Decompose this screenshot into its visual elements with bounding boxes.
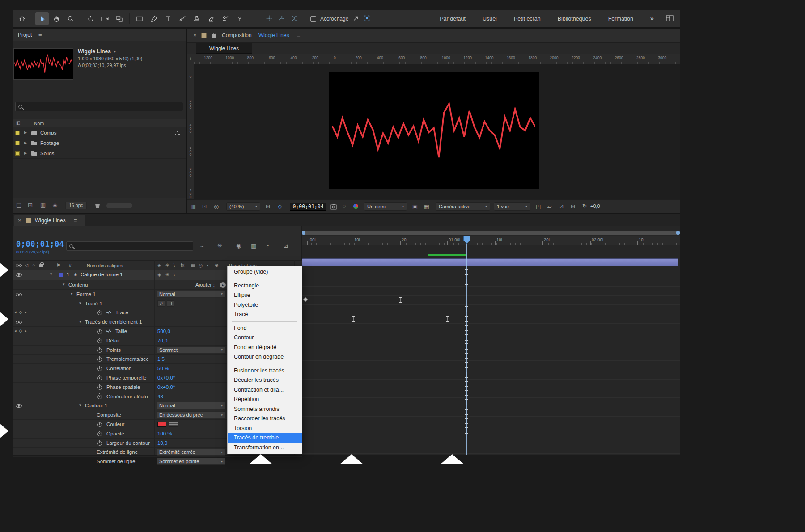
menu-item[interactable]: Polyétoile	[228, 300, 302, 310]
vertex-icon[interactable]	[278, 15, 285, 23]
value-dropdown[interactable]: Sommet en pointe▾	[157, 458, 225, 465]
stopwatch-icon[interactable]	[97, 329, 102, 334]
keyframe-marker[interactable]	[399, 297, 402, 303]
stopwatch-icon[interactable]	[97, 395, 102, 399]
project-item-row[interactable]: ▶Comps	[13, 128, 186, 138]
new-folder-icon[interactable]: ⊞	[28, 202, 33, 208]
transparency-grid-icon[interactable]: ▦	[424, 203, 429, 210]
camera-select[interactable]: Caméra active▾	[436, 202, 490, 211]
composition-tab-label[interactable]: Composition	[222, 32, 252, 38]
snapping-checkbox[interactable]	[310, 16, 316, 22]
expander-icon[interactable]: ▾	[50, 272, 52, 276]
graph-icon[interactable]	[106, 311, 111, 316]
close-icon[interactable]: ×	[193, 32, 197, 38]
menu-item[interactable]: Groupe (vide)	[228, 267, 302, 277]
menu-item[interactable]: Contour	[228, 333, 302, 343]
menu-item[interactable]: Fusionner les tracés	[228, 366, 302, 376]
view-count-select[interactable]: 1 vue▾	[494, 202, 530, 211]
menu-item[interactable]: Fond	[228, 324, 302, 334]
menu-item[interactable]: Ellipse	[228, 291, 302, 300]
frame-blend-switch-icon[interactable]: ▦	[191, 262, 195, 268]
hide-shy-layers-icon[interactable]: ◉	[236, 242, 241, 249]
property-value[interactable]: 10,0	[157, 440, 167, 446]
composition-name[interactable]: Wiggle Lines	[258, 32, 289, 38]
channel-icon[interactable]	[353, 204, 358, 209]
magnification-select[interactable]: (40 %)▾	[226, 202, 260, 211]
3d-switch-icon[interactable]: ⊕	[215, 262, 219, 268]
graph-editor-icon[interactable]: ⊿	[284, 242, 288, 249]
always-preview-icon[interactable]: ◎	[214, 203, 219, 210]
snapshot-camera-icon[interactable]	[330, 203, 337, 211]
type-tool[interactable]	[161, 12, 175, 25]
label-color-chip[interactable]	[15, 141, 20, 145]
rectangle-tool[interactable]	[133, 12, 146, 25]
next-keyframe-icon[interactable]: ▸	[25, 310, 27, 314]
show-snapshot-icon[interactable]: ◌	[343, 203, 346, 209]
stopwatch-icon[interactable]	[97, 432, 102, 436]
expander-icon[interactable]: ▾	[71, 291, 73, 296]
menu-item[interactable]: Contour en dégradé	[228, 352, 302, 362]
timeline-search-input[interactable]	[76, 242, 188, 250]
quality-slash-icon[interactable]: \	[174, 272, 175, 277]
workspace-tab[interactable]: Par défaut	[440, 16, 466, 22]
selection-tool[interactable]	[35, 12, 49, 25]
expander-icon[interactable]: ▾	[79, 301, 81, 305]
vertical-ruler[interactable]: 02 0 04 0 06 0 08 0 01 0 0 0	[187, 64, 194, 199]
collapse-switch-icon[interactable]: ✳	[165, 272, 169, 277]
label-color-chip[interactable]	[15, 131, 20, 135]
set-keyframe-icon[interactable]: ◇	[19, 329, 22, 333]
path-direction-icon[interactable]: ⇄	[157, 300, 165, 307]
brush-tool[interactable]	[176, 12, 189, 25]
expander-icon[interactable]: ▾	[79, 403, 81, 407]
stopwatch-icon[interactable]	[97, 367, 102, 371]
snap-frame-icon[interactable]	[363, 15, 370, 23]
value-dropdown[interactable]: En dessous du préc▾	[157, 411, 225, 418]
next-keyframe-icon[interactable]: ▸	[25, 329, 27, 333]
interpret-footage-icon[interactable]: ▤	[16, 202, 21, 208]
mask-visibility-icon[interactable]: ◇	[278, 203, 282, 210]
expander-icon[interactable]: ▶	[24, 141, 27, 145]
bit-depth-button[interactable]: 16 bpc	[65, 202, 87, 209]
composition-viewport[interactable]	[194, 64, 680, 199]
puppet-pin-tool[interactable]	[233, 12, 246, 25]
stopwatch-icon[interactable]	[97, 376, 102, 380]
graph-icon[interactable]	[106, 329, 111, 335]
set-keyframe-icon[interactable]: ◇	[19, 310, 22, 314]
expander-icon[interactable]: ▶	[24, 131, 27, 135]
frame-blending-icon[interactable]: ▥	[251, 242, 256, 249]
snap-angle-icon[interactable]	[352, 15, 359, 23]
menu-item[interactable]: Raccorder les tracés	[228, 414, 302, 424]
shy-switch-icon[interactable]: ◈	[157, 262, 161, 268]
keyframe-diamond[interactable]	[303, 297, 308, 302]
value-dropdown[interactable]: Sommet▾	[157, 346, 225, 354]
property-value[interactable]: 70,0	[157, 338, 167, 343]
pan-behind-tool[interactable]	[113, 12, 126, 25]
menu-item[interactable]: Décaler les tracés	[228, 376, 302, 385]
goto-region-icon[interactable]: ◳	[536, 203, 541, 210]
property-value[interactable]: 1,5	[157, 356, 165, 362]
menu-item[interactable]: Sommets arrondis	[228, 405, 302, 414]
menu-item[interactable]: Fond en dégradé	[228, 343, 302, 353]
selected-item-title[interactable]: Wiggle Lines▼	[78, 48, 117, 55]
previous-keyframe-icon[interactable]: ◂	[14, 310, 17, 314]
close-icon[interactable]: ×	[18, 217, 21, 224]
quality-switch-icon[interactable]: \	[174, 262, 175, 268]
menu-item[interactable]: Tracé	[228, 310, 302, 320]
fast-preview-icon[interactable]: ⊿	[559, 203, 564, 210]
path-offset-icon[interactable]: ⇉	[167, 300, 174, 307]
resolution-select[interactable]: Un demi▾	[364, 202, 407, 211]
workspace-panel-icon[interactable]	[666, 15, 674, 22]
panel-menu-icon[interactable]: ≡	[297, 32, 301, 38]
monitor-icon[interactable]: ⊡	[202, 203, 207, 210]
stroke-option-icon[interactable]	[169, 422, 178, 427]
grid-guides-icon[interactable]: ⊞	[266, 203, 270, 210]
workspace-tab[interactable]: Petit écran	[514, 16, 541, 22]
project-item-thumbnail[interactable]	[13, 48, 73, 80]
viewer-tab[interactable]: Wiggle Lines	[196, 43, 252, 54]
view-layout-icon[interactable]: ▥	[191, 203, 196, 210]
menu-item[interactable]: Torsion	[228, 424, 302, 434]
new-composition-icon[interactable]: ▦	[40, 202, 46, 208]
project-item-row[interactable]: ▶Footage	[13, 138, 186, 148]
visibility-eye-icon[interactable]	[16, 404, 22, 408]
value-dropdown[interactable]: Normal▾	[157, 402, 225, 409]
